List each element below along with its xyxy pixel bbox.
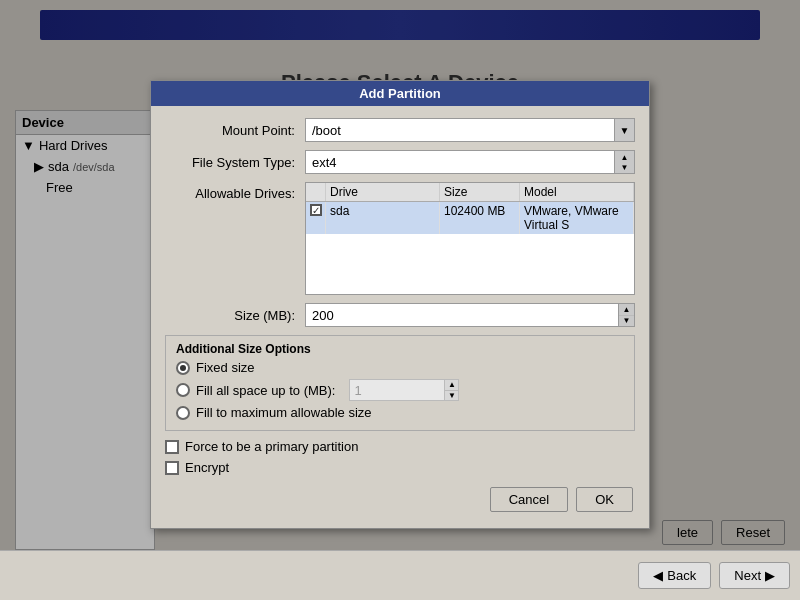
dialog-title: Add Partition xyxy=(151,81,649,106)
size-control: 200 ▲ ▼ xyxy=(305,303,635,327)
size-row: Size (MB): 200 ▲ ▼ xyxy=(165,303,635,327)
fixed-size-radio[interactable] xyxy=(176,361,190,375)
fill-up-to-label: Fill all space up to (MB): xyxy=(196,383,335,398)
drive-col-size: Size xyxy=(440,183,520,201)
file-system-row: File System Type: ext4 ▲ ▼ xyxy=(165,150,635,174)
drive-col-model: Model xyxy=(520,183,634,201)
check-mark: ✓ xyxy=(312,205,320,216)
fill-up-to-row: Fill all space up to (MB): 1 ▲ ▼ xyxy=(176,379,624,401)
file-system-dropdown-btn[interactable]: ▲ ▼ xyxy=(614,151,634,173)
fill-up-to-radio[interactable] xyxy=(176,383,190,397)
encrypt-label: Encrypt xyxy=(185,460,229,475)
back-label: Back xyxy=(667,568,696,583)
mount-point-dropdown-btn[interactable]: ▼ xyxy=(614,119,634,141)
size-spinbox[interactable]: 200 ▲ ▼ xyxy=(305,303,635,327)
size-label: Size (MB): xyxy=(165,308,305,323)
size-increment-btn[interactable]: ▲ xyxy=(619,304,634,316)
ok-button[interactable]: OK xyxy=(576,487,633,512)
mount-point-row: Mount Point: /boot ▼ xyxy=(165,118,635,142)
encrypt-row: Encrypt xyxy=(165,460,635,475)
file-system-control: ext4 ▲ ▼ xyxy=(305,150,635,174)
next-button[interactable]: Next ▶ xyxy=(719,562,790,589)
allowable-drives-label: Allowable Drives: xyxy=(165,182,305,201)
bottom-nav-bar: ◀ Back Next ▶ xyxy=(0,550,800,600)
dialog-body: Mount Point: /boot ▼ File System Type: e… xyxy=(151,106,649,528)
mount-point-value: /boot xyxy=(306,123,614,138)
fill-up-to-increment[interactable]: ▲ xyxy=(445,380,458,391)
fill-max-label: Fill to maximum allowable size xyxy=(196,405,372,420)
fill-up-to-spinbox-wrap: 1 ▲ ▼ xyxy=(349,379,459,401)
drives-table: Drive Size Model ✓ sda 102400 MB VMware,… xyxy=(305,182,635,295)
force-primary-row: Force to be a primary partition xyxy=(165,439,635,454)
drives-table-empty xyxy=(306,234,634,294)
drives-table-header: Drive Size Model xyxy=(306,183,634,202)
force-primary-checkbox[interactable] xyxy=(165,440,179,454)
drive-row-model: VMware, VMware Virtual S xyxy=(520,202,634,234)
drive-checkbox[interactable]: ✓ xyxy=(310,204,322,216)
file-system-label: File System Type: xyxy=(165,155,305,170)
mount-point-control: /boot ▼ xyxy=(305,118,635,142)
mount-point-combobox[interactable]: /boot ▼ xyxy=(305,118,635,142)
back-button[interactable]: ◀ Back xyxy=(638,562,711,589)
fill-max-radio[interactable] xyxy=(176,406,190,420)
fill-max-row: Fill to maximum allowable size xyxy=(176,405,624,420)
fill-up-to-spinbox[interactable]: 1 ▲ ▼ xyxy=(349,379,459,401)
fill-up-to-value: 1 xyxy=(350,383,444,398)
fill-up-to-spinbtns: ▲ ▼ xyxy=(444,380,458,400)
drive-row-check[interactable]: ✓ xyxy=(306,202,326,234)
drive-col-check xyxy=(306,183,326,201)
size-value: 200 xyxy=(306,308,618,323)
allowable-drives-row: Allowable Drives: Drive Size Model ✓ sda… xyxy=(165,182,635,295)
drive-row-size: 102400 MB xyxy=(440,202,520,234)
back-icon: ◀ xyxy=(653,568,663,583)
dialog-buttons: Cancel OK xyxy=(165,481,635,516)
add-partition-dialog: Add Partition Mount Point: /boot ▼ File … xyxy=(150,80,650,529)
mount-point-label: Mount Point: xyxy=(165,123,305,138)
encrypt-checkbox[interactable] xyxy=(165,461,179,475)
fixed-size-row: Fixed size xyxy=(176,360,624,375)
force-primary-label: Force to be a primary partition xyxy=(185,439,358,454)
additional-size-legend: Additional Size Options xyxy=(176,342,624,356)
next-label: Next xyxy=(734,568,761,583)
file-system-combobox[interactable]: ext4 ▲ ▼ xyxy=(305,150,635,174)
drive-col-drive: Drive xyxy=(326,183,440,201)
additional-size-options-group: Additional Size Options Fixed size Fill … xyxy=(165,335,635,431)
size-decrement-btn[interactable]: ▼ xyxy=(619,316,634,327)
cancel-button[interactable]: Cancel xyxy=(490,487,568,512)
file-system-value: ext4 xyxy=(306,155,614,170)
size-spinbox-buttons: ▲ ▼ xyxy=(618,304,634,326)
fixed-size-label: Fixed size xyxy=(196,360,255,375)
drive-row-name: sda xyxy=(326,202,440,234)
table-row[interactable]: ✓ sda 102400 MB VMware, VMware Virtual S xyxy=(306,202,634,234)
fill-up-to-decrement[interactable]: ▼ xyxy=(445,391,458,401)
next-icon: ▶ xyxy=(765,568,775,583)
